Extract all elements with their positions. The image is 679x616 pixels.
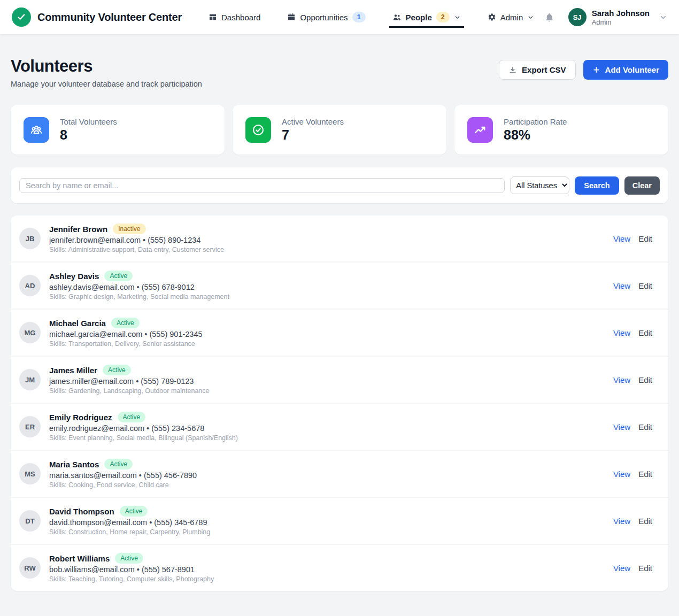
search-input[interactable] [19, 178, 505, 193]
check-circle-icon [245, 117, 271, 143]
stat-value: 7 [282, 127, 344, 143]
volunteer-row: JM James Miller Active james.miller@emai… [11, 357, 668, 404]
navbar: Community Volunteer Center Dashboard Opp… [0, 0, 679, 34]
volunteer-name-line: David Thompson Active [49, 506, 210, 517]
status-badge: Active [120, 506, 148, 517]
stat-text: Total Volunteers 8 [60, 117, 117, 143]
edit-link[interactable]: Edit [638, 281, 652, 290]
volunteer-contact: ashley.davis@email.com • (555) 678-9012 [49, 283, 229, 291]
volunteer-avatar: JB [19, 228, 41, 249]
volunteer-name-line: Robert Williams Active [49, 553, 214, 564]
volunteer-avatar: RW [19, 557, 41, 579]
stat-label: Active Volunteers [282, 117, 344, 126]
view-link[interactable]: View [613, 281, 630, 290]
view-link[interactable]: View [613, 469, 630, 479]
volunteer-skills: Skills: Transportation, Delivery, Senior… [49, 340, 203, 348]
volunteer-actions: View Edit [613, 422, 660, 432]
volunteer-avatar: DT [19, 510, 41, 532]
view-link[interactable]: View [613, 422, 630, 432]
add-volunteer-button[interactable]: Add Volunteer [583, 60, 668, 80]
volunteer-skills: Skills: Graphic design, Marketing, Socia… [49, 293, 229, 301]
volunteer-info: Ashley Davis Active ashley.davis@email.c… [49, 271, 229, 301]
edit-link[interactable]: Edit [638, 422, 652, 432]
volunteer-row: AD Ashley Davis Active ashley.davis@emai… [11, 263, 668, 310]
edit-link[interactable]: Edit [638, 517, 652, 526]
opportunities-badge: 1 [352, 12, 366, 22]
volunteer-actions: View Edit [613, 234, 660, 243]
edit-link[interactable]: Edit [638, 328, 652, 337]
volunteer-avatar: JM [19, 369, 41, 390]
export-csv-button[interactable]: Export CSV [499, 60, 576, 80]
main-content: Volunteers Manage your volunteer databas… [0, 57, 679, 591]
volunteer-name: Maria Santos [49, 460, 99, 469]
plus-icon [592, 66, 600, 74]
volunteer-actions: View Edit [613, 469, 660, 479]
volunteer-info: Jennifer Brown Inactive jennifer.brown@e… [49, 224, 224, 253]
volunteer-skills: Skills: Administrative support, Data ent… [49, 246, 224, 253]
page-title: Volunteers [11, 57, 202, 76]
navbar-right: SJ Sarah Johnson Admin [544, 8, 667, 26]
user-text: Sarah Johnson Admin [592, 9, 650, 26]
trending-up-icon [467, 117, 493, 143]
stat-value: 8 [60, 127, 117, 143]
volunteer-info: Robert Williams Active bob.williams@emai… [49, 553, 214, 583]
view-link[interactable]: View [613, 375, 630, 384]
nav-item-admin[interactable]: Admin [484, 7, 538, 27]
edit-link[interactable]: Edit [638, 469, 652, 479]
volunteer-avatar: ER [19, 416, 41, 437]
status-badge: Active [104, 271, 133, 281]
volunteer-avatar: MG [19, 322, 41, 343]
status-badge: Active [104, 459, 133, 469]
volunteer-contact: emily.rodriguez@email.com • (555) 234-56… [49, 424, 238, 433]
volunteer-name-line: Emily Rodriguez Active [49, 412, 238, 422]
volunteer-name: Jennifer Brown [49, 225, 107, 234]
add-volunteer-label: Add Volunteer [605, 65, 659, 74]
people-icon [392, 13, 402, 22]
volunteer-row: DT David Thompson Active david.thompson@… [11, 498, 668, 545]
user-role: Admin [592, 18, 650, 26]
volunteer-row: ER Emily Rodriguez Active emily.rodrigue… [11, 404, 668, 451]
page-subtitle: Manage your volunteer database and track… [11, 80, 202, 88]
volunteer-skills: Skills: Cooking, Food service, Child car… [49, 481, 197, 489]
gear-icon [488, 13, 496, 21]
volunteer-name-line: Michael Garcia Active [49, 318, 203, 328]
view-link[interactable]: View [613, 328, 630, 337]
volunteer-actions: View Edit [613, 517, 660, 526]
volunteer-info: Emily Rodriguez Active emily.rodriguez@e… [49, 412, 238, 442]
volunteer-skills: Skills: Teaching, Tutoring, Computer ski… [49, 575, 214, 583]
edit-link[interactable]: Edit [638, 375, 652, 384]
volunteer-contact: james.miller@email.com • (555) 789-0123 [49, 377, 210, 386]
clear-button[interactable]: Clear [624, 176, 660, 195]
status-filter-select[interactable]: All Statuses [510, 176, 569, 194]
people-badge: 2 [436, 12, 450, 22]
stat-text: Active Volunteers 7 [282, 117, 344, 143]
volunteer-skills: Skills: Event planning, Social media, Bi… [49, 434, 238, 442]
view-link[interactable]: View [613, 517, 630, 526]
volunteer-info: Michael Garcia Active michael.garcia@ema… [49, 318, 203, 348]
volunteer-name: Robert Williams [49, 554, 110, 563]
calendar-icon [287, 13, 296, 21]
stat-label: Total Volunteers [60, 117, 117, 126]
edit-link[interactable]: Edit [638, 234, 652, 243]
view-link[interactable]: View [613, 234, 630, 243]
nav-item-opportunities[interactable]: Opportunities 1 [284, 6, 368, 28]
download-icon [508, 66, 517, 74]
stat-value: 88% [504, 127, 567, 143]
status-badge: Inactive [113, 224, 145, 234]
volunteer-contact: jennifer.brown@email.com • (555) 890-123… [49, 236, 224, 244]
edit-link[interactable]: Edit [638, 564, 652, 573]
notifications-bell-icon[interactable] [544, 12, 554, 22]
users-icon [24, 117, 49, 143]
nav-item-people[interactable]: People 2 [389, 6, 464, 28]
view-link[interactable]: View [613, 564, 630, 573]
avatar: SJ [568, 8, 587, 26]
volunteer-actions: View Edit [613, 564, 660, 573]
volunteer-info: David Thompson Active david.thompson@ema… [49, 506, 210, 536]
stat-label: Participation Rate [504, 117, 567, 126]
volunteer-actions: View Edit [613, 281, 660, 290]
volunteer-skills: Skills: Construction, Home repair, Carpe… [49, 528, 210, 536]
nav-item-dashboard[interactable]: Dashboard [205, 7, 264, 27]
search-button[interactable]: Search [575, 176, 619, 195]
volunteer-name-line: James Miller Active [49, 365, 210, 375]
user-menu[interactable]: SJ Sarah Johnson Admin [568, 8, 667, 26]
